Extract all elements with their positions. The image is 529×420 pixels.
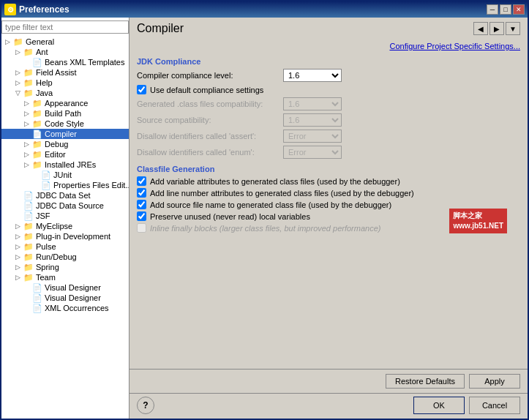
preserve-unused-checkbox[interactable] (137, 211, 146, 221)
enum-row: Disallow identifiers called 'enum': Erro… (137, 146, 520, 159)
sidebar-item-field-assist[interactable]: ▷ 📁 Field Assist (1, 67, 129, 78)
folder-icon: 📄 (32, 304, 42, 312)
restore-defaults-button[interactable]: Restore Defaults (386, 374, 465, 389)
inline-finally-label: Inline finally blocks (larger class file… (150, 224, 380, 233)
configure-link[interactable]: Configure Project Specific Settings... (389, 42, 520, 50)
expand-icon: ▷ (13, 232, 22, 241)
folder-icon: 📁 (23, 232, 34, 241)
sidebar-item-visual-designer-2[interactable]: 📄 Visual Designer (1, 293, 129, 303)
sidebar-item-label: General (26, 37, 54, 46)
assert-label: Disallow identifiers called 'assert': (137, 132, 283, 140)
sidebar-item-label: Compiler (45, 130, 77, 138)
apply-button[interactable]: Apply (469, 374, 520, 389)
sidebar-item-myeclipse[interactable]: ▷ 📁 MyEclipse (1, 221, 129, 231)
use-default-label: Use default compliance settings (150, 86, 263, 94)
sidebar-item-visual-designer-1[interactable]: 📄 Visual Designer (1, 282, 129, 293)
source-file-checkbox[interactable] (137, 200, 146, 209)
preserve-unused-row: Preserve unused (never read) local varia… (137, 211, 520, 221)
sidebar-item-plugin-dev[interactable]: ▷ 📁 Plug-in Development (1, 231, 129, 241)
enum-select[interactable]: Error (283, 146, 342, 159)
title-bar: ⚙ Preferences ─ □ ✕ (1, 1, 528, 18)
sidebar-item-properties-files[interactable]: 📄 Properties Files Edit... (1, 180, 129, 190)
cancel-button[interactable]: Cancel (469, 397, 520, 414)
assert-select[interactable]: Error (283, 130, 342, 143)
folder-icon: 📁 (32, 119, 42, 128)
sidebar-item-debug[interactable]: ▷ 📁 Debug (1, 139, 129, 149)
sidebar-item-spring[interactable]: ▷ 📁 Spring (1, 262, 129, 272)
sidebar-item-label: Beans XML Templates (45, 58, 124, 67)
sidebar-item-label: Run/Debug (36, 252, 77, 261)
use-default-row: Use default compliance settings (137, 85, 520, 94)
sidebar-item-pulse[interactable]: ▷ 📁 Pulse (1, 241, 129, 252)
folder-icon: 📄 (32, 283, 42, 292)
panel-body: Configure Project Specific Settings... J… (130, 38, 528, 369)
source-compat-label: Source compatibility: (137, 116, 283, 124)
minimize-button[interactable]: ─ (487, 4, 498, 15)
source-compat-select[interactable]: 1.6 (283, 113, 342, 127)
folder-icon: 📁 (32, 140, 42, 149)
use-default-checkbox[interactable] (137, 85, 146, 94)
nav-buttons: ◀ ▶ ▼ (473, 22, 520, 35)
class-compat-label: Generated .class files compatibility: (137, 100, 283, 108)
close-button[interactable]: ✕ (513, 4, 525, 15)
sidebar-item-general[interactable]: ▷ 📁 General (1, 37, 129, 47)
maximize-button[interactable]: □ (500, 4, 511, 15)
sidebar-item-team[interactable]: ▷ 📁 Team (1, 272, 129, 282)
configure-link-container: Configure Project Specific Settings... (137, 41, 520, 51)
sidebar-item-build-path[interactable]: ▷ 📁 Build Path (1, 108, 129, 119)
sidebar-item-jdbc-data-source[interactable]: 📄 JDBC Data Source (1, 200, 129, 211)
compliance-level-select[interactable]: 1.6 1.5 1.4 1.3 (283, 69, 342, 82)
folder-icon: 📁 (23, 273, 34, 282)
sidebar-item-jsf[interactable]: 📄 JSF (1, 211, 129, 221)
search-input[interactable] (1, 20, 129, 34)
sidebar-item-beans-xml[interactable]: 📄 Beans XML Templates (1, 57, 129, 67)
ok-button[interactable]: OK (413, 397, 465, 414)
sidebar-item-help[interactable]: ▷ 📁 Help (1, 78, 129, 88)
variable-attrs-checkbox[interactable] (137, 176, 146, 186)
nav-back-button[interactable]: ◀ (473, 22, 488, 35)
sidebar-item-label: XML Occurrences (45, 304, 109, 312)
expand-icon: ▷ (22, 160, 31, 169)
sidebar-item-code-style[interactable]: ▷ 📁 Code Style (1, 119, 129, 129)
expand-icon: ▷ (22, 150, 31, 159)
sidebar-item-label: Pulse (36, 242, 56, 251)
class-compat-select[interactable]: 1.6 (283, 97, 342, 110)
inline-finally-checkbox[interactable] (137, 223, 146, 233)
folder-icon: 📁 (23, 78, 34, 87)
expand-icon: ▷ (13, 48, 22, 56)
help-button[interactable]: ? (137, 397, 154, 414)
sidebar-item-java[interactable]: ▽ 📁 Java (1, 88, 129, 98)
line-number-checkbox[interactable] (137, 188, 146, 198)
sidebar-item-junit[interactable]: 📄 JUnit (1, 170, 129, 180)
app-icon: ⚙ (4, 4, 16, 15)
folder-icon: 📄 (41, 170, 51, 179)
sidebar-item-label: Code Style (45, 119, 84, 128)
expand-icon: ▷ (22, 140, 31, 149)
sidebar-item-jdbc-data-set[interactable]: 📄 JDBC Data Set (1, 190, 129, 200)
folder-icon: 📁 (32, 109, 42, 118)
sidebar-item-xml-occurrences[interactable]: 📄 XML Occurrences (1, 303, 129, 313)
nav-menu-button[interactable]: ▼ (506, 22, 520, 35)
folder-icon: 📄 (23, 211, 34, 220)
source-file-row: Add source file name to generated class … (137, 200, 520, 209)
preserve-unused-label: Preserve unused (never read) local varia… (150, 212, 310, 221)
sidebar-item-run-debug[interactable]: ▷ 📁 Run/Debug (1, 252, 129, 262)
sidebar-item-label: Java (36, 89, 53, 97)
folder-icon: 📄 (32, 58, 42, 67)
folder-icon: 📁 (23, 242, 34, 251)
sidebar-item-installed-jres[interactable]: ▷ 📁 Installed JREs (1, 160, 129, 170)
sidebar-item-ant[interactable]: ▷ 📁 Ant (1, 47, 129, 57)
nav-forward-button[interactable]: ▶ (489, 22, 504, 35)
expand-icon: ▷ (13, 242, 22, 251)
sidebar-item-label: JDBC Data Set (36, 191, 91, 200)
action-buttons: Restore Defaults Apply (130, 370, 528, 393)
variable-attrs-row: Add variable attributes to generated cla… (137, 176, 520, 186)
sidebar-item-editor[interactable]: ▷ 📁 Editor (1, 149, 129, 160)
sidebar-item-appearance[interactable]: ▷ 📁 Appearance (1, 98, 129, 108)
window-controls: ─ □ ✕ (487, 4, 525, 15)
sidebar-item-label: Editor (45, 150, 66, 159)
panel-header: Compiler ◀ ▶ ▼ (130, 18, 528, 38)
compliance-level-label: Compiler compliance level: (137, 71, 283, 80)
sidebar-item-compiler[interactable]: 📄 Compiler (1, 129, 129, 139)
folder-icon: 📁 (23, 68, 34, 77)
